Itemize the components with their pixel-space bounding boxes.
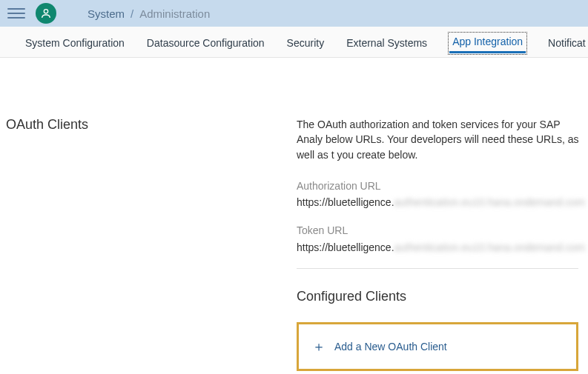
add-oauth-client-button[interactable]: ＋ Add a New OAuth Client — [297, 322, 578, 371]
token-url-label: Token URL — [297, 223, 588, 238]
token-url-redacted: authentication.eu10.hana.ondemand.com — [394, 240, 586, 255]
breadcrumb-separator: / — [131, 7, 133, 20]
plus-icon: ＋ — [312, 340, 326, 353]
tab-datasource-configuration[interactable]: Datasource Configuration — [147, 30, 265, 55]
tab-notifications[interactable]: Notificat — [548, 30, 586, 55]
authorization-url-value: https://bluetelligence. authentication.e… — [297, 195, 588, 210]
token-url-value: https://bluetelligence. authentication.e… — [297, 240, 588, 255]
tab-system-configuration[interactable]: System Configuration — [25, 30, 125, 55]
right-column: The OAuth authorization and token servic… — [297, 117, 588, 371]
breadcrumb-root[interactable]: System — [87, 7, 125, 20]
user-avatar-icon[interactable] — [36, 3, 56, 24]
section-title-oauth-clients: OAuth Clients — [6, 117, 297, 133]
breadcrumb-current: Administration — [139, 7, 210, 20]
tab-app-integration[interactable]: App Integration — [449, 33, 526, 53]
divider — [297, 268, 578, 269]
authorization-url-prefix: https://bluetelligence. — [297, 195, 394, 210]
left-column: OAuth Clients — [0, 117, 297, 371]
configured-clients-title: Configured Clients — [297, 287, 588, 306]
content-area: OAuth Clients The OAuth authorization an… — [0, 58, 588, 371]
tab-bar: System Configuration Datasource Configur… — [0, 27, 588, 58]
token-url-prefix: https://bluetelligence. — [297, 240, 394, 255]
authorization-url-redacted: authentication.eu10.hana.ondemand.com — [394, 195, 586, 210]
authorization-url-label: Authorization URL — [297, 178, 588, 193]
svg-point-0 — [44, 10, 47, 13]
add-oauth-client-label: Add a New OAuth Client — [334, 339, 447, 354]
menu-icon[interactable] — [7, 4, 25, 22]
tab-external-systems[interactable]: External Systems — [346, 30, 427, 55]
intro-text: The OAuth authorization and token servic… — [297, 117, 588, 162]
top-bar: System / Administration — [0, 0, 588, 27]
tab-security[interactable]: Security — [287, 30, 325, 55]
breadcrumb: System / Administration — [87, 7, 210, 20]
